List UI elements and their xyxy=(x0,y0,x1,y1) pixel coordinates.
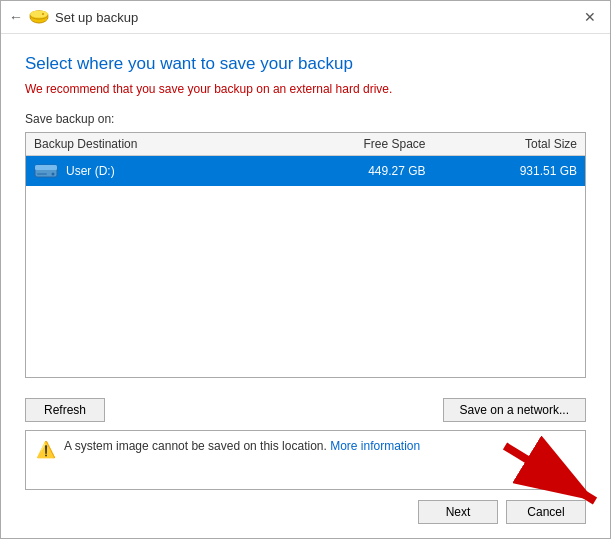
destination-cell: User (D:) xyxy=(26,156,272,187)
backup-icon xyxy=(29,9,49,25)
svg-point-2 xyxy=(30,11,48,18)
title-bar: ← Set up backup ✕ xyxy=(1,1,610,34)
window-title: Set up backup xyxy=(55,10,138,25)
cancel-button[interactable]: Cancel xyxy=(506,500,586,524)
page-heading: Select where you want to save your backu… xyxy=(25,54,586,74)
button-row: Refresh Save on a network... xyxy=(1,390,610,430)
warning-box: ⚠️ A system image cannot be saved on thi… xyxy=(25,430,586,490)
main-content: Select where you want to save your backu… xyxy=(1,34,610,390)
footer: Next Cancel xyxy=(1,490,610,538)
drive-name: User (D:) xyxy=(66,164,115,178)
destinations-table-container: Backup Destination Free Space Total Size xyxy=(25,132,586,378)
recommendation-text: We recommend that you save your backup o… xyxy=(25,82,586,96)
save-label: Save backup on: xyxy=(25,112,586,126)
title-bar-left: ← Set up backup xyxy=(9,9,138,25)
table-body: User (D:) 449.27 GB 931.51 GB xyxy=(26,156,585,187)
total-size-cell: 931.51 GB xyxy=(434,156,585,187)
more-information-link[interactable]: More information xyxy=(330,439,420,453)
table-row[interactable]: User (D:) 449.27 GB 931.51 GB xyxy=(26,156,585,187)
col-free-space: Free Space xyxy=(272,133,433,156)
next-button[interactable]: Next xyxy=(418,500,498,524)
svg-rect-7 xyxy=(37,173,47,175)
svg-point-6 xyxy=(52,173,55,176)
col-total-size: Total Size xyxy=(434,133,585,156)
close-button[interactable]: ✕ xyxy=(578,7,602,27)
svg-rect-5 xyxy=(35,165,57,170)
refresh-button[interactable]: Refresh xyxy=(25,398,105,422)
col-destination: Backup Destination xyxy=(26,133,272,156)
table-header: Backup Destination Free Space Total Size xyxy=(26,133,585,156)
svg-point-3 xyxy=(42,13,44,15)
warning-icon: ⚠️ xyxy=(36,440,56,459)
back-button[interactable]: ← xyxy=(9,9,23,25)
setup-backup-window: ← Set up backup ✕ Select where you want … xyxy=(0,0,611,539)
drive-icon xyxy=(34,162,58,180)
warning-text: A system image cannot be saved on this l… xyxy=(64,439,420,453)
save-network-button[interactable]: Save on a network... xyxy=(443,398,586,422)
free-space-cell: 449.27 GB xyxy=(272,156,433,187)
destinations-table: Backup Destination Free Space Total Size xyxy=(26,133,585,186)
